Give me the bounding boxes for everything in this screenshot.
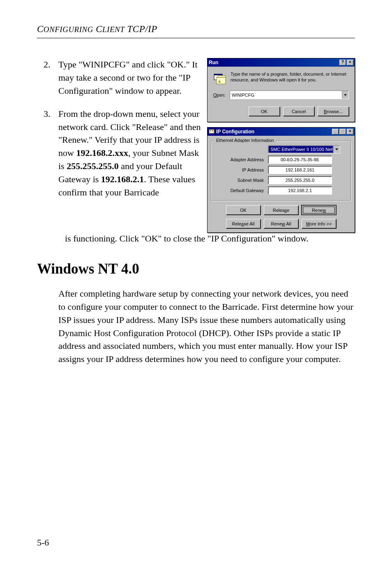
- svg-rect-5: [209, 130, 214, 133]
- dialog-title: Run: [209, 60, 218, 65]
- dialog-title: IP Configuration: [216, 129, 254, 135]
- renew-all-button[interactable]: Renew All: [264, 219, 298, 228]
- chevron-down-icon[interactable]: [342, 91, 348, 99]
- group-legend: Ethernet Adapter Information: [214, 138, 276, 143]
- step-text: Type "WINIPCFG" and click "OK." It may t…: [58, 58, 201, 97]
- adapter-address-label: Adapter Address: [215, 157, 268, 162]
- browse-button[interactable]: Browse...: [318, 107, 349, 116]
- subnet-mask-value: 255.255.255.0: [268, 176, 332, 184]
- renew-button[interactable]: Renew: [302, 205, 336, 215]
- open-input[interactable]: [230, 91, 342, 99]
- more-info-button[interactable]: More Info >>: [302, 219, 336, 228]
- ip-configuration-dialog: IP Configuration _ □ × Ethernet Adapter …: [207, 127, 355, 233]
- ethernet-adapter-groupbox: Ethernet Adapter Information SMC EtherPo…: [211, 141, 351, 201]
- close-button[interactable]: ×: [347, 129, 353, 135]
- subnet-mask-label: Subnet Mask: [215, 178, 268, 183]
- body-paragraph: After completing hardware setup by conne…: [58, 287, 355, 366]
- default-gateway-value: 192.168.2.1: [268, 186, 332, 195]
- page-number: 5-6: [37, 537, 49, 548]
- minimize-button[interactable]: _: [332, 129, 339, 135]
- open-combobox[interactable]: [230, 91, 349, 99]
- adapter-address-value: 00-E0-29-75-35-9E: [268, 156, 332, 164]
- close-button[interactable]: ×: [347, 60, 353, 65]
- section-heading: Windows NT 4.0: [37, 261, 355, 277]
- default-gateway-label: Default Gateway: [215, 188, 268, 193]
- help-button[interactable]: ?: [339, 60, 346, 65]
- run-description: Type the name of a program, folder, docu…: [231, 72, 349, 83]
- step-2: 2. Type "WINIPCFG" and click "OK." It ma…: [37, 58, 201, 97]
- release-all-button[interactable]: Release All: [226, 219, 261, 228]
- step-3-continuation: is functioning. Click "OK" to close the …: [65, 232, 355, 245]
- svg-rect-2: [217, 77, 226, 84]
- svg-rect-6: [210, 130, 211, 131]
- run-dialog: Run ? × Type the name of a pr: [207, 58, 355, 122]
- step-number: 2.: [37, 58, 58, 97]
- chevron-down-icon[interactable]: [333, 146, 340, 153]
- ok-button[interactable]: OK: [249, 107, 280, 116]
- adapter-combobox[interactable]: SMC EtherPower II 10/100 Netw: [268, 145, 340, 153]
- header-rule: [37, 38, 355, 38]
- ok-button[interactable]: OK: [226, 205, 261, 215]
- adapter-selected: SMC EtherPower II 10/100 Netw: [268, 146, 333, 153]
- ip-address-value: 192.168.2.161: [268, 166, 332, 174]
- title-bar: IP Configuration _ □ ×: [208, 128, 355, 136]
- svg-rect-4: [219, 82, 220, 83]
- cancel-button[interactable]: Cancel: [283, 107, 314, 116]
- step-number: 3.: [37, 107, 58, 199]
- svg-rect-7: [212, 130, 213, 131]
- release-button[interactable]: Release: [264, 205, 298, 215]
- ipconfig-icon: [209, 129, 214, 135]
- svg-rect-1: [214, 74, 222, 75]
- maximize-button[interactable]: □: [339, 129, 346, 135]
- svg-rect-3: [219, 81, 220, 81]
- title-bar: Run ? ×: [208, 58, 355, 67]
- page-header: CONFIGURING CLIENT TCP/IP: [37, 24, 355, 35]
- ip-address-label: IP Address: [215, 167, 268, 172]
- step-text: From the drop-down menu, select your net…: [58, 107, 201, 199]
- step-3: 3. From the drop-down menu, select your …: [37, 107, 201, 199]
- run-program-icon: [213, 72, 226, 85]
- open-label: Open:: [213, 93, 226, 97]
